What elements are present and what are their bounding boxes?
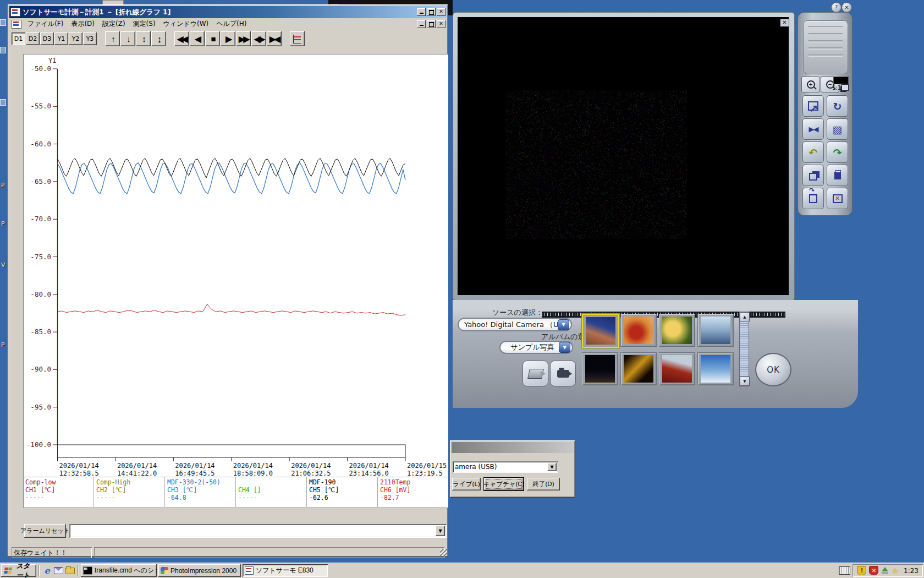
step-back-button[interactable]: ◀: [190, 31, 205, 46]
windows-logo-icon: [4, 568, 12, 574]
album-select-value: サンプル写真: [506, 342, 559, 352]
resize-button[interactable]: ↗: [802, 95, 824, 117]
menu-item-1[interactable]: 表示(D): [67, 18, 98, 30]
pi-canvas-close-icon[interactable]: ✕: [780, 19, 789, 27]
menu-item-2[interactable]: 設定(Z): [98, 18, 129, 30]
source-dropdown-arrow-icon[interactable]: ▼: [558, 319, 569, 330]
pi-close-button[interactable]: ✕: [842, 2, 852, 13]
acquire-photo-button[interactable]: [522, 361, 548, 386]
security-warning-icon[interactable]: !: [857, 566, 866, 575]
quicklaunch-mail-icon[interactable]: [53, 565, 64, 576]
channel-title: MDF-190: [309, 478, 375, 486]
scroll-up-button[interactable]: ↑: [105, 31, 120, 46]
album-select-dropdown[interactable]: サンプル写真 ▼: [499, 341, 573, 354]
legend-channel-4: CH4 []-----: [236, 477, 307, 507]
zoom-in-button[interactable]: +: [801, 77, 820, 92]
fast-rewind-button[interactable]: ◀◀: [174, 31, 189, 46]
expand-vertical-button[interactable]: ↕: [136, 31, 151, 46]
legend-channel-3: MDF-330-2(-50)CH3 [℃]-64.8: [165, 477, 236, 507]
thumbnail-rock-spires[interactable]: [582, 314, 619, 348]
start-button[interactable]: スタート: [1, 564, 36, 577]
softthermo-icon: [245, 566, 254, 575]
alarm-reset-button[interactable]: アラームリセット: [24, 524, 66, 538]
legend-channel-5: MDF-190CH5 [℃]-62.6: [307, 477, 378, 507]
task-button-label: PhotoImpression 2000: [170, 567, 237, 575]
task-button-dos[interactable]: transfile.cmd へのショート...: [81, 564, 157, 577]
toolbar-toggle-y1[interactable]: Y1: [54, 32, 68, 45]
crop-rotate-button[interactable]: ▧: [827, 118, 848, 140]
minimize-button[interactable]: [417, 8, 426, 16]
quicklaunch-ie-icon[interactable]: e: [41, 565, 53, 576]
to-end-button[interactable]: ▶◀: [267, 31, 282, 46]
toolbar-toggle-d3[interactable]: D3: [40, 32, 54, 45]
rotate-button[interactable]: ↻: [827, 95, 848, 117]
fast-forward-button[interactable]: ▶▶: [236, 31, 251, 46]
titlebar[interactable]: ソフトサーモ計測－計測1 － [折れ線グラフ 1] ✕: [9, 6, 447, 18]
copy-button[interactable]: [802, 165, 824, 186]
ok-button[interactable]: OK: [755, 353, 791, 386]
paste-button[interactable]: [827, 165, 848, 186]
window-resize-grip[interactable]: [440, 549, 447, 556]
toolbar-toggle-d1[interactable]: D1: [12, 32, 25, 45]
expand-horizontal-button[interactable]: ◀▶: [251, 31, 266, 46]
pi-panel-grip: [803, 20, 848, 74]
dialog-combo-arrow-icon[interactable]: ▼: [547, 463, 557, 471]
thumbnail-city-night[interactable]: [582, 352, 618, 385]
alarm-combo-arrow-icon[interactable]: ▼: [436, 526, 445, 536]
quicklaunch-desktop-icon[interactable]: [64, 565, 76, 576]
thumbnail-cardinal-bird[interactable]: [620, 314, 657, 347]
menu-item-0[interactable]: ファイル(F): [24, 18, 67, 30]
child-restore-button[interactable]: [427, 20, 436, 28]
source-select-dropdown[interactable]: Yahoo! Digital Camera （USB） ▼: [458, 318, 572, 331]
restore-button[interactable]: [427, 8, 436, 16]
camera-select-dialog: amera (USB) ▼ ライブ(L)キャプチャ(C)終了(D): [450, 440, 575, 498]
undo-button[interactable]: ↶: [802, 141, 824, 163]
security-error-icon[interactable]: ✕: [869, 566, 878, 575]
child-close-button[interactable]: ✕: [437, 20, 446, 28]
scrollbar-up-icon[interactable]: ▲: [740, 312, 750, 321]
graph-settings-button[interactable]: [290, 31, 305, 46]
dialog-camera-combo[interactable]: amera (USB) ▼: [453, 461, 558, 473]
toolbar-toggle-d2[interactable]: D2: [26, 32, 40, 45]
thumbnail-light-streaks[interactable]: [620, 352, 657, 385]
flip-horizontal-button[interactable]: ▶◀: [802, 118, 824, 140]
thumbnail-yellow-flowers[interactable]: [659, 314, 695, 347]
toolbar-toggle-y3[interactable]: Y3: [83, 32, 97, 45]
toolbar-toggle-y2[interactable]: Y2: [69, 32, 82, 45]
remove-hardware-icon[interactable]: [881, 567, 889, 575]
child-minimize-button[interactable]: [417, 20, 426, 28]
close-image-button[interactable]: ✕: [827, 188, 848, 209]
channel-value: -82.7: [380, 494, 446, 501]
thumbnail-harbor-town[interactable]: [697, 314, 734, 347]
video-capture-button[interactable]: [550, 361, 576, 386]
alarm-combo[interactable]: ▼: [69, 524, 447, 538]
keyboard-layout-icon[interactable]: [839, 566, 850, 575]
dialog-button-3[interactable]: 終了(D): [527, 478, 560, 490]
to-bottom-button[interactable]: ↨: [151, 31, 166, 46]
scroll-down-button[interactable]: ↓: [120, 31, 135, 46]
cascade-windows-icon[interactable]: [842, 84, 849, 91]
album-dropdown-arrow-icon[interactable]: ▼: [559, 342, 570, 353]
thumbnail-scrollbar[interactable]: ▲ ▼: [739, 312, 749, 386]
dialog-titlebar[interactable]: [452, 442, 574, 453]
favorites-star-icon[interactable]: ★: [892, 566, 899, 575]
pi-help-button[interactable]: ?: [831, 2, 842, 13]
menu-item-3[interactable]: 測定(S): [129, 18, 160, 30]
dialog-button-1[interactable]: ライブ(L): [452, 478, 481, 490]
redo-button[interactable]: ↷: [827, 141, 848, 163]
svg-text:12:32:58.5: 12:32:58.5: [59, 470, 99, 477]
channel-label: CH6 [mV]: [380, 486, 446, 494]
thumbnail-image-yellow-flowers: [662, 317, 692, 344]
thumbnail-sky-clouds[interactable]: [697, 352, 734, 385]
close-button[interactable]: ✕: [437, 8, 446, 16]
menu-item-4[interactable]: ウィンドウ(W): [160, 18, 213, 30]
step-forward-button[interactable]: ▶: [221, 31, 235, 46]
dialog-button-2[interactable]: キャプチャ(C): [484, 478, 524, 490]
thumbnail-ship-bow[interactable]: [659, 352, 695, 385]
scrollbar-down-icon[interactable]: ▼: [740, 377, 750, 386]
menu-item-5[interactable]: ヘルプ(H): [212, 18, 250, 30]
stop-button[interactable]: ■: [205, 31, 220, 46]
task-button-photoimpression[interactable]: PhotoImpression 2000: [158, 564, 241, 577]
delete-button[interactable]: [802, 188, 824, 209]
task-button-softthermo[interactable]: ソフトサーモ E830: [243, 564, 328, 577]
